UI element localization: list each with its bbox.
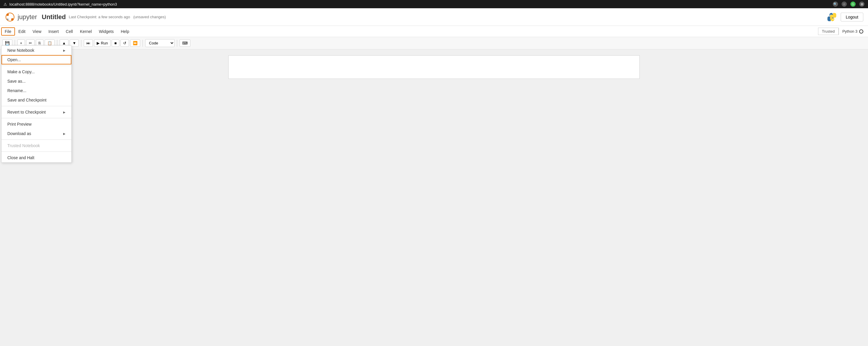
url-bar: localhost:8888/notebooks/Untitled.ipynb?… [9, 2, 833, 6]
dropdown-item-label: Open... [7, 57, 21, 62]
arrow-right-icon: ▶ [63, 132, 65, 135]
svg-point-2 [11, 18, 13, 21]
dropdown-item-label: Download as [7, 131, 31, 136]
dropdown-item-label: Make a Copy... [7, 69, 35, 74]
dropdown-item-open---[interactable]: Open... [1, 55, 71, 64]
cell-input[interactable] [231, 58, 637, 67]
svg-point-4 [830, 15, 831, 15]
dropdown-item-trusted-notebook: Trusted Notebook [1, 141, 71, 150]
checkpoint-info: Last Checkpoint: a few seconds ago (unsa… [69, 15, 166, 19]
menu-cell[interactable]: Cell [62, 27, 76, 36]
trusted-button[interactable]: Trusted [818, 28, 839, 35]
menu-view[interactable]: View [29, 27, 45, 36]
stop-button[interactable]: ■ [112, 39, 119, 47]
logout-button[interactable]: Logout [841, 13, 863, 22]
title-bar: ⚠ localhost:8888/notebooks/Untitled.ipyn… [0, 0, 868, 8]
dropdown-item-label: Save as... [7, 79, 26, 84]
dropdown-item-label: Close and Halt [7, 155, 34, 160]
file-dropdown-menu: New Notebook▶Open...Make a Copy...Save a… [1, 45, 72, 163]
run-icon: ▶ [97, 41, 100, 45]
menu-file[interactable]: File [1, 27, 15, 36]
jupyter-logo: jupyter [5, 12, 37, 22]
extensions-icon[interactable]: ⊞ [859, 1, 865, 7]
jupyter-logo-svg [5, 12, 15, 22]
dropdown-item-print-preview[interactable]: Print Preview [1, 119, 71, 129]
dropdown-item-new-notebook[interactable]: New Notebook▶ [1, 46, 71, 55]
kernel-indicator: Python 3 [839, 28, 867, 35]
dropdown-item-label: Save and Checkpoint [7, 98, 46, 103]
toolbar-divider-3 [81, 40, 82, 47]
menu-help[interactable]: Help [117, 27, 133, 36]
dropdown-item-label: Rename... [7, 88, 26, 93]
dropdown-item-label: Trusted Notebook [7, 143, 40, 148]
bookmark-icon[interactable]: ☆ [842, 1, 847, 7]
run-to-button[interactable]: ⏭ [84, 39, 93, 47]
dropdown-separator [1, 118, 71, 118]
toolbar-divider-4 [143, 40, 143, 47]
menu-right: Trusted Python 3 [818, 28, 867, 35]
restart-button[interactable]: ↺ [121, 39, 129, 47]
menubar: File Edit View Insert Cell Kernel Widget… [0, 26, 868, 37]
toolbar-divider-5 [177, 40, 177, 47]
title-bar-icons: 🔍 ☆ G ⊞ [833, 1, 865, 7]
keyboard-button[interactable]: ⌨ [180, 39, 190, 47]
menu-widgets[interactable]: Widgets [95, 27, 117, 36]
dropdown-item-label: Revert to Checkpoint [7, 110, 46, 114]
dropdown-item-close-and-halt[interactable]: Close and Halt [1, 153, 71, 163]
dropdown-separator [1, 106, 71, 106]
dropdown-item-revert-to-checkpoint[interactable]: Revert to Checkpoint▶ [1, 107, 71, 117]
unsaved-text: (unsaved changes) [133, 15, 166, 19]
search-icon[interactable]: 🔍 [833, 1, 838, 7]
notebook-cell-area [228, 55, 640, 79]
dropdown-item-label: New Notebook [7, 48, 34, 53]
notebook-title: Untitled [42, 13, 66, 21]
run-button[interactable]: ▶ Run [94, 39, 111, 47]
checkpoint-text: Last Checkpoint: a few seconds ago [69, 15, 130, 19]
menu-insert[interactable]: Insert [45, 27, 62, 36]
kernel-status-circle [859, 29, 863, 33]
main-content [0, 50, 868, 345]
kernel-label: Python 3 [842, 29, 858, 33]
svg-point-5 [833, 19, 834, 20]
toolbar: 💾 + ✂ ⎘ 📋 ▲ ▼ ⏭ ▶ Run ■ ↺ ⏩ Code Markdow… [0, 37, 868, 50]
fast-forward-button[interactable]: ⏩ [130, 39, 140, 47]
run-label: Run [101, 41, 108, 45]
jupyter-text: jupyter [18, 13, 37, 21]
dropdown-separator [1, 151, 71, 152]
dropdown-item-save-as---[interactable]: Save as... [1, 77, 71, 86]
warning-icon: ⚠ [3, 2, 7, 6]
dropdown-item-save-and-checkpoint[interactable]: Save and Checkpoint [1, 95, 71, 105]
dropdown-item-download-as[interactable]: Download as▶ [1, 129, 71, 138]
header-right: Logout [827, 12, 863, 22]
cell-type-select[interactable]: Code Markdown Raw NBConvert [145, 39, 175, 47]
svg-point-3 [7, 19, 8, 20]
python-logo [827, 12, 837, 22]
dropdown-item-rename---[interactable]: Rename... [1, 86, 71, 95]
menu-kernel[interactable]: Kernel [76, 27, 95, 36]
dropdown-item-make-a-copy---[interactable]: Make a Copy... [1, 67, 71, 77]
menu-edit[interactable]: Edit [15, 27, 29, 36]
svg-point-1 [6, 13, 9, 16]
header: jupyter Untitled Last Checkpoint: a few … [0, 8, 868, 26]
arrow-right-icon: ▶ [63, 49, 65, 52]
arrow-right-icon: ▶ [63, 111, 65, 114]
profile-icon[interactable]: G [850, 1, 856, 7]
dropdown-item-label: Print Preview [7, 122, 31, 126]
